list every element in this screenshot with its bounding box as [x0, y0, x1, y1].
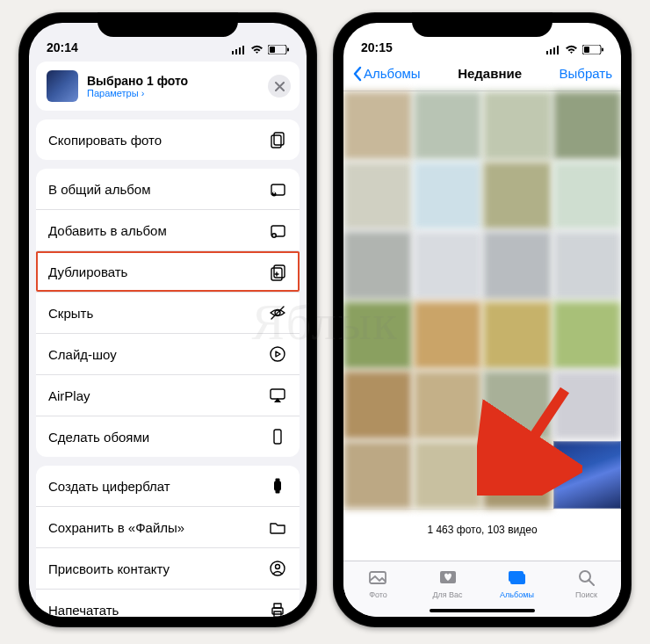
tab-albums[interactable]: Альбомы	[482, 561, 552, 606]
tab-label: Альбомы	[500, 590, 534, 599]
screen-share-sheet: 20:14 Выбрано 1 фото Параметры › Скопиро…	[29, 23, 307, 617]
for-you-icon	[437, 568, 459, 588]
selected-photo-thumbnail[interactable]	[47, 70, 78, 102]
svg-rect-6	[287, 48, 289, 52]
action-сохранить-в-файлы-[interactable]: Сохранить в «Файлы»	[36, 506, 300, 547]
action-слайд-шоу[interactable]: Слайд-шоу	[36, 333, 300, 374]
action-label: Скрыть	[48, 306, 93, 321]
action-добавить-в-альбом[interactable]: Добавить в альбом	[36, 209, 300, 250]
photo-thumbnail[interactable]	[414, 91, 482, 160]
photo-thumbnail[interactable]	[483, 231, 552, 300]
tab-label: Фото	[369, 590, 387, 599]
close-icon	[275, 82, 285, 91]
photo-thumbnail[interactable]	[343, 231, 412, 300]
svg-rect-2	[239, 47, 241, 54]
files-icon	[268, 517, 287, 537]
search-icon	[576, 568, 597, 588]
svg-rect-22	[276, 479, 280, 481]
status-icons	[232, 45, 289, 54]
action-скопировать-фото[interactable]: Скопировать фото	[36, 119, 300, 160]
photo-thumbnail[interactable]	[553, 162, 622, 230]
photo-thumbnail[interactable]	[553, 371, 622, 439]
phone-left: 20:14 Выбрано 1 фото Параметры › Скопиро…	[18, 12, 317, 627]
svg-rect-30	[546, 51, 548, 54]
tab-for-you[interactable]: Для Вас	[413, 561, 482, 606]
shared-album-icon	[268, 179, 287, 199]
duplicate-icon	[268, 262, 287, 281]
photo-thumbnail[interactable]	[553, 231, 622, 300]
svg-rect-33	[557, 46, 559, 54]
action-group: Создать циферблатСохранить в «Файлы»Прис…	[36, 466, 300, 617]
airplay-icon	[268, 386, 287, 405]
photo-thumbnail[interactable]	[343, 162, 412, 230]
action-в-общий-альбом[interactable]: В общий альбом	[36, 169, 300, 209]
status-time: 20:14	[47, 40, 78, 54]
svg-point-25	[276, 565, 280, 569]
action-скрыть[interactable]: Скрыть	[36, 292, 300, 333]
photo-thumbnail[interactable]	[343, 301, 412, 370]
home-indicator	[430, 609, 535, 612]
photo-grid[interactable]	[343, 91, 621, 509]
photo-thumbnail[interactable]	[553, 301, 622, 370]
print-icon	[268, 600, 287, 617]
back-button[interactable]: Альбомы	[352, 66, 421, 82]
notch	[412, 12, 552, 37]
photo-thumbnail[interactable]	[483, 91, 552, 160]
nav-bar: Альбомы Недавние Выбрать	[343, 56, 621, 91]
tab-label: Для Вас	[432, 590, 462, 599]
svg-line-17	[271, 307, 284, 319]
action-дублировать[interactable]: Дублировать	[36, 250, 300, 292]
photo-thumbnail[interactable]	[414, 231, 482, 300]
photo-thumbnail[interactable]	[483, 301, 552, 370]
photo-thumbnail[interactable]	[483, 371, 552, 439]
action-group: Скопировать фото	[36, 119, 300, 160]
svg-rect-8	[271, 135, 281, 148]
action-присвоить-контакту[interactable]: Присвоить контакту	[36, 547, 300, 589]
action-group: В общий альбомДобавить в альбомДублирова…	[36, 169, 300, 457]
contact-icon	[268, 559, 287, 578]
battery-icon	[582, 45, 603, 54]
watchface-icon	[268, 476, 287, 496]
action-label: В общий альбом	[48, 182, 151, 197]
close-button[interactable]	[268, 75, 291, 98]
action-label: Слайд-шоу	[48, 347, 117, 362]
photo-thumbnail[interactable]	[483, 441, 552, 510]
action-label: Создать циферблат	[48, 479, 170, 494]
photo-thumbnail[interactable]	[343, 441, 412, 510]
tab-photos[interactable]: Фото	[343, 561, 413, 606]
select-button[interactable]: Выбрать	[560, 66, 612, 81]
action-label: Добавить в альбом	[48, 223, 167, 238]
tab-search[interactable]: Поиск	[552, 561, 621, 606]
photo-thumbnail[interactable]	[553, 91, 622, 160]
svg-rect-32	[553, 47, 555, 54]
photo-thumbnail[interactable]	[414, 162, 482, 230]
action-label: Дублировать	[48, 264, 127, 279]
svg-rect-1	[235, 49, 237, 54]
share-options-link[interactable]: Параметры ›	[87, 88, 188, 98]
action-сделать-обоями[interactable]: Сделать обоями	[36, 416, 300, 457]
svg-rect-23	[276, 491, 280, 494]
photo-thumbnail[interactable]	[414, 301, 482, 370]
photo-thumbnail[interactable]	[414, 441, 482, 510]
photo-thumbnail[interactable]	[483, 162, 552, 230]
svg-rect-21	[274, 481, 281, 491]
notch	[98, 12, 238, 37]
photos-icon	[368, 568, 389, 588]
action-напечатать[interactable]: Напечатать	[36, 589, 300, 617]
photo-thumbnail[interactable]	[343, 91, 412, 160]
status-icons	[546, 45, 603, 54]
photo-thumbnail[interactable]	[343, 371, 412, 439]
svg-point-11	[273, 192, 275, 194]
screen-photos-grid: 20:15 Альбомы Недавние Выбрать 1 463 фот…	[343, 23, 621, 617]
svg-rect-36	[602, 48, 603, 52]
svg-rect-3	[242, 46, 244, 54]
status-time: 20:15	[361, 40, 393, 54]
photo-thumbnail[interactable]	[414, 371, 482, 439]
albums-icon	[507, 568, 528, 588]
action-airplay[interactable]: AirPlay	[36, 374, 300, 416]
phone-right: 20:15 Альбомы Недавние Выбрать 1 463 фот…	[333, 12, 632, 627]
copy-icon	[268, 130, 287, 149]
svg-rect-37	[370, 572, 386, 583]
action-создать-циферблат[interactable]: Создать циферблат	[36, 466, 300, 506]
photo-thumbnail-duplicate[interactable]	[553, 441, 622, 510]
